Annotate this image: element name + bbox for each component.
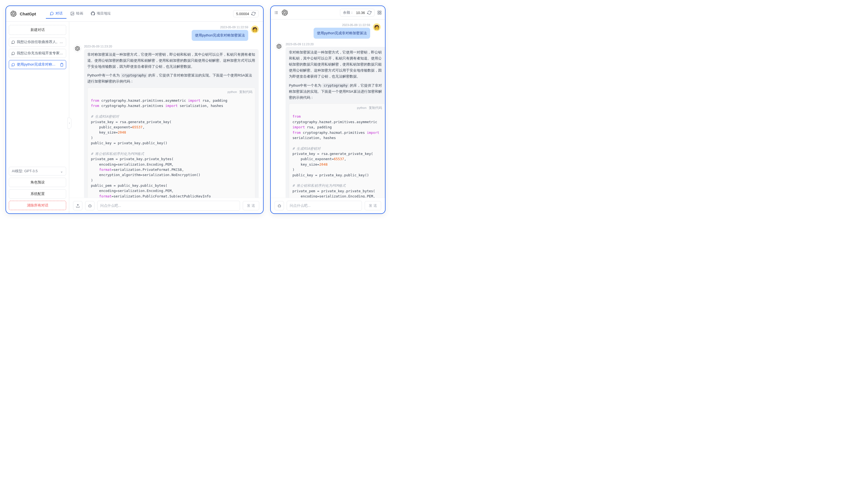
model-select[interactable]: AI模型: GPT-3.5 ⌄ [9,167,66,175]
balance-value: 10.36 [356,11,365,15]
ai-avatar-icon [275,42,283,50]
messages-scroll[interactable]: 2023-05-09 11:22:59 使用python完成非对称加密算法 🧑 … [69,22,263,198]
conversation-item[interactable]: 我想让你充当前端开发专家。我将... [9,49,66,58]
timestamp: 2023-05-09 11:23:20 [286,42,385,46]
ai-bubble: 非对称加密算法是一种加密方式，它使用一对密钥，即公钥和私钥，其中公钥可以公开，私… [286,47,385,198]
user-bubble: 使用python完成非对称加密算法 [192,30,248,41]
ai-paragraph: 非对称加密算法是一种加密方式，它使用一对密钥，即公钥和私钥，其中公钥可以公开，私… [289,49,385,79]
robot-button[interactable] [275,201,284,210]
ai-avatar-icon [73,45,81,53]
input-bar: 问点什么吧... 发 送 [271,198,385,213]
upload-button[interactable] [73,201,82,210]
conversation-item[interactable]: 我想让你担任歌曲推荐人。我将为... [9,38,66,46]
robot-icon [277,204,281,208]
chat-panel: 2023-05-09 11:22:59 使用python完成非对称加密算法 🧑 … [271,20,385,213]
tab-paint[interactable]: 绘画 [66,9,87,19]
robot-icon [88,204,92,208]
header: ChatGpt 对话 绘画 项目地址 5.00004 [6,6,263,22]
timestamp: 2023-05-09 11:23:20 [84,45,259,48]
code-block: python 复制代码 from cryptography.hazmat.pri… [289,103,385,198]
chat-panel: 2023-05-09 11:22:59 使用python完成非对称加密算法 🧑 … [69,22,263,213]
message-ai: 2023-05-09 11:23:20 非对称加密算法是一种加密方式，它使用一对… [73,45,259,198]
header: 余额： 10.36 [271,6,385,20]
conversation-label: 我想让你担任歌曲推荐人。我将为... [17,40,64,44]
copy-code-button[interactable]: 复制代码 [239,90,252,95]
balance-display: 余额： 10.36 [340,9,375,16]
robot-button[interactable] [85,201,94,210]
role-preset-button[interactable]: 角色预设 [9,178,66,187]
timestamp: 2023-05-09 11:22:59 [342,23,370,27]
openai-logo-icon [10,11,17,17]
app-title: ChatGpt [20,11,36,16]
code-lang: python [227,90,237,95]
user-bubble: 使用python完成非对称加密算法 [314,28,370,39]
conversation-item-active[interactable]: 使用python完成非对称加密算法 [9,60,66,69]
timestamp: 2023-05-09 11:22:59 [220,26,248,29]
input-bar: 问点什么吧... 发 送 [69,198,263,213]
balance-display: 5.00004 [233,10,259,17]
system-config-button[interactable]: 系统配置 [9,189,66,199]
openai-logo-icon [282,10,288,15]
chat-icon [11,63,15,67]
message-user: 2023-05-09 11:22:59 使用python完成非对称加密算法 🧑 [73,26,259,41]
copy-code-button[interactable]: 复制代码 [369,105,382,111]
balance-value: 5.00004 [236,12,249,16]
code-block: python 复制代码 from cryptography.hazmat.pri… [87,88,255,198]
messages-scroll[interactable]: 2023-05-09 11:22:59 使用python完成非对称加密算法 🧑 … [271,20,385,198]
code-lang: python [357,105,367,111]
code-body: from cryptography.hazmat.primitives.asym… [289,112,385,198]
tab-repo[interactable]: 项目地址 [87,9,115,19]
send-button[interactable]: 发 送 [243,201,259,210]
code-body: from cryptography.hazmat.primitives.asym… [88,96,255,198]
message-user: 2023-05-09 11:22:59 使用python完成非对称加密算法 🧑 [275,23,380,39]
send-button[interactable]: 发 送 [365,201,381,210]
conversation-label: 使用python完成非对称加密算法 [17,62,58,67]
upload-icon [76,204,80,208]
trash-icon[interactable] [60,63,64,67]
header-tabs: 对话 绘画 项目地址 [46,9,115,19]
grid-icon[interactable] [377,10,382,15]
inline-code: cryptography [121,73,148,78]
ai-paragraph: 非对称加密算法是一种加密方式，它使用一对密钥，即公钥和私钥，其中公钥可以公开，私… [87,52,255,70]
user-avatar-icon: 🧑 [251,26,259,33]
sidebar: 新建对话 我想让你担任歌曲推荐人。我将为... 我想让你充当前端开发专家。我将.… [6,22,69,213]
inline-code: cryptography [322,83,349,88]
balance-label: 余额： [343,10,354,15]
app-window-wide: ChatGpt 对话 绘画 项目地址 5.00004 新建对话 我想让你担任歌曲… [5,5,264,214]
chevron-down-icon: ⌄ [60,169,63,173]
chat-icon [11,40,15,44]
tab-chat[interactable]: 对话 [46,9,66,19]
ai-paragraph: Python中有一个名为 cryptography 的库，它提供了非对称加密算法… [289,82,385,101]
clear-all-button[interactable]: 清除所有对话 [9,201,66,210]
ai-paragraph: Python中有一个名为 cryptography 的库，它提供了非对称加密算法… [87,72,255,84]
list-icon[interactable] [274,10,278,15]
app-window-narrow: 余额： 10.36 2023-05-09 11:22:59 使用python完成… [270,5,385,214]
message-input[interactable]: 问点什么吧... [97,201,240,211]
refresh-icon[interactable] [251,11,256,16]
refresh-icon[interactable] [367,10,372,15]
message-input[interactable]: 问点什么吧... [287,201,362,211]
ai-bubble: 非对称加密算法是一种加密方式，它使用一对密钥，即公钥和私钥，其中公钥可以公开，私… [84,49,259,198]
conversation-label: 我想让你充当前端开发专家。我将... [17,51,64,56]
user-avatar-icon: 🧑 [373,23,380,31]
message-ai: 2023-05-09 11:23:20 非对称加密算法是一种加密方式，它使用一对… [275,42,380,198]
new-chat-button[interactable]: 新建对话 [9,25,66,35]
chat-icon [11,52,15,56]
model-label: AI模型: GPT-3.5 [12,169,38,174]
